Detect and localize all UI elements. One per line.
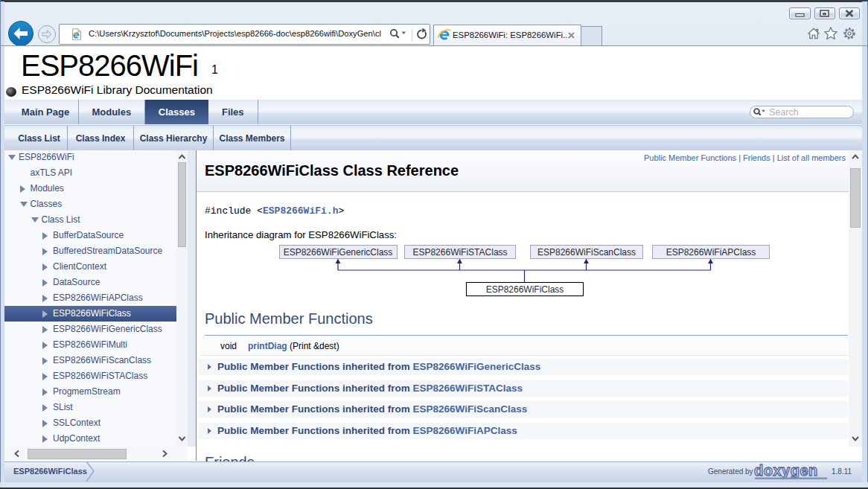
svg-text:ESP8266WiFiAPClass: ESP8266WiFiAPClass — [666, 247, 756, 258]
svg-text:ESP8266WiFiScanClass: ESP8266WiFiScanClass — [537, 247, 636, 258]
svg-text:ESP8266WiFiSTAClass: ESP8266WiFiSTAClass — [412, 247, 507, 258]
svg-text:ESP8266WiFiClass: ESP8266WiFiClass — [486, 284, 564, 295]
svg-text:doxygen: doxygen — [754, 462, 818, 479]
svg-text:ESP8266WiFiGenericClass: ESP8266WiFiGenericClass — [284, 247, 393, 258]
